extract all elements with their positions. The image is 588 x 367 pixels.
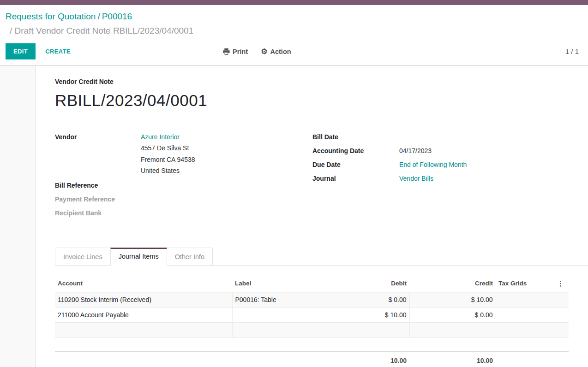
total-credit: 10.00 [409,351,496,367]
cell-label[interactable]: P00016: Table [232,292,314,307]
column-header-debit[interactable]: Debit [314,275,409,292]
fields-left-column: Vendor Azure Interior 4557 De Silva St F… [55,131,312,221]
cell-credit[interactable]: $ 10.00 [409,292,496,307]
cell-label[interactable] [232,307,314,322]
table-header-row: Account Label Debit Credit Tax Grids ⋮ [55,275,569,292]
field-vendor: Vendor Azure Interior 4557 De Silva St F… [55,131,312,177]
create-button[interactable]: CREATE [45,48,71,55]
doc-type-label: Vendor Credit Note [55,78,588,85]
breadcrumb-parent-link[interactable]: Requests for Quotation [6,12,96,21]
total-debit: 10.00 [314,351,409,367]
column-header-credit[interactable]: Credit [409,275,496,292]
content-area: Vendor Credit Note RBILL/2023/04/0001 Ve… [0,66,588,367]
due-date-label: Due Date [312,159,399,170]
table-row[interactable]: 110200 Stock Interim (Received) P00016: … [55,292,569,307]
form-sheet: Vendor Credit Note RBILL/2023/04/0001 Ve… [36,66,588,367]
vendor-address-line: United States [141,165,195,177]
cell-credit[interactable]: $ 0.00 [409,307,496,322]
optional-columns-icon[interactable]: ⋮ [549,275,569,292]
field-bill-reference: Bill Reference [55,180,312,191]
breadcrumb-current: / Draft Vendor Credit Note RBILL/2023/04… [6,24,582,38]
recipient-bank-label: Recipient Bank [55,207,141,219]
cell-tax-grids[interactable] [496,292,549,307]
table-totals-row: 10.00 10.00 [55,351,569,367]
accounting-date-label: Accounting Date [312,145,399,156]
cell-tax-grids[interactable] [496,307,549,322]
tab-other-info[interactable]: Other Info [167,248,213,265]
payment-reference-label: Payment Reference [55,194,141,205]
vendor-link[interactable]: Azure Interior [141,131,195,142]
table-spacer-row [55,337,569,351]
cell-account[interactable]: 211000 Account Payable [55,307,232,322]
bill-date-label: Bill Date [312,131,399,142]
table-row-empty [55,322,569,337]
table-row[interactable]: 211000 Account Payable $ 10.00 $ 0.00 [55,307,569,322]
edit-button[interactable]: EDIT [6,43,36,59]
cell-options [549,292,569,307]
accounting-date-value: 04/17/2023 [399,145,432,156]
vendor-address-line: 4557 De Silva St [141,142,195,154]
gear-icon: ⚙ [261,48,267,55]
top-navbar [0,0,588,5]
journal-items-table: Account Label Debit Credit Tax Grids ⋮ 1… [55,275,569,367]
field-accounting-date: Accounting Date 04/17/2023 [312,145,588,156]
breadcrumb: Requests for Quotation/P00016 [6,10,582,24]
journal-link[interactable]: Vendor Bills [399,173,433,184]
action-label: Action [270,48,291,55]
action-menu[interactable]: ⚙ Action [261,48,291,55]
field-bill-date: Bill Date [312,131,588,142]
column-header-tax-grids[interactable]: Tax Grids [496,275,549,292]
cell-options [549,307,569,322]
field-grid: Vendor Azure Interior 4557 De Silva St F… [55,131,588,221]
field-payment-reference: Payment Reference [55,194,312,205]
cell-debit[interactable]: $ 0.00 [314,292,409,307]
vendor-value: Azure Interior 4557 De Silva St Fremont … [141,131,195,177]
print-label: Print [233,48,248,55]
due-date-link[interactable]: End of Following Month [399,159,467,170]
vendor-label: Vendor [55,131,141,177]
cell-account[interactable]: 110200 Stock Interim (Received) [55,292,232,307]
tab-invoice-lines[interactable]: Invoice Lines [55,248,111,265]
column-header-label[interactable]: Label [232,275,314,292]
document-number: RBILL/2023/04/0001 [55,91,588,110]
bill-reference-label: Bill Reference [55,180,141,191]
pager[interactable]: 1 / 1 [565,47,582,55]
field-due-date: Due Date End of Following Month [312,159,588,170]
button-row: EDIT CREATE Print ⚙ Action 1 / 1 [6,43,582,59]
fields-right-column: Bill Date Accounting Date 04/17/2023 Due… [312,131,588,221]
left-gutter [0,66,36,367]
notebook-tabs: Invoice Lines Journal Items Other Info [55,248,588,266]
cell-debit[interactable]: $ 10.00 [314,307,409,322]
printer-icon [223,48,230,55]
journal-label: Journal [312,173,399,184]
control-panel: Requests for Quotation/P00016 / Draft Ve… [0,5,588,66]
field-journal: Journal Vendor Bills [312,173,588,184]
column-header-account[interactable]: Account [55,275,232,292]
tab-journal-items[interactable]: Journal Items [110,248,167,265]
breadcrumb-separator: / [97,12,100,21]
field-recipient-bank: Recipient Bank [55,207,312,219]
print-menu[interactable]: Print [223,48,248,55]
vendor-address-line: Fremont CA 94538 [141,154,195,166]
breadcrumb-record-link[interactable]: P00016 [102,12,132,21]
action-menus: Print ⚙ Action [223,48,291,55]
